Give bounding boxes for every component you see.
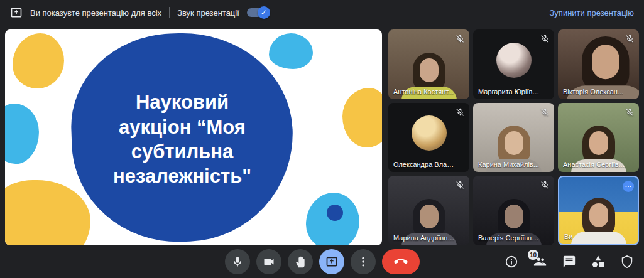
panel-buttons: 10 [505, 255, 634, 269]
present-icon [325, 255, 338, 268]
presentation-banner: Ви показуєте презентацію для всіх Звук п… [0, 0, 644, 25]
chat-icon [562, 255, 576, 269]
participant-avatar [496, 43, 532, 78]
presenting-label: Ви показуєте презентацію для всіх [30, 8, 161, 18]
mic-button[interactable] [225, 249, 250, 274]
participant-count-badge: 10 [528, 250, 538, 260]
info-icon [505, 255, 518, 269]
participant-name: Карина Михайлів... [478, 161, 539, 168]
camera-button[interactable] [256, 249, 281, 274]
participant-name: Вікторія Олексан... [563, 88, 623, 95]
slide-blob-yellow-topleft [13, 33, 64, 88]
meeting-details-button[interactable] [505, 255, 518, 269]
slide-blob-sky-left [5, 104, 39, 164]
mic-off-icon [625, 34, 635, 43]
participant-tile[interactable]: Олександра Влад... [388, 103, 469, 173]
mic-icon [231, 255, 244, 268]
participant-name: Олександра Влад... [393, 161, 456, 168]
more-options-icon [625, 183, 632, 190]
tile-options-button[interactable] [623, 181, 634, 192]
participant-tile[interactable]: Вікторія Олексан... [558, 29, 639, 99]
activities-button[interactable] [591, 255, 605, 269]
participant-tile[interactable]: Карина Михайлів... [473, 103, 554, 173]
activities-icon [591, 255, 605, 269]
slide-blob-blue-dot [327, 205, 343, 221]
end-call-icon [394, 255, 408, 269]
slide-blob-sky-topright [269, 33, 313, 69]
presentation-banner-left: Ви показуєте презентацію для всіх Звук п… [10, 6, 268, 19]
mic-off-icon [625, 107, 635, 117]
slide-blob-yellow-bottomleft [5, 180, 90, 245]
participant-name: Антоніна Костянт... [393, 88, 454, 95]
more-options-icon [357, 255, 369, 268]
people-panel-button[interactable]: 10 [533, 255, 547, 269]
slide-title: Науковий аукціон “Моя субтильна незалежн… [99, 80, 265, 199]
divider [169, 7, 170, 18]
mic-off-icon [456, 107, 465, 117]
call-controls [225, 249, 420, 274]
participant-name: Марина Андріївна І... [393, 234, 456, 242]
host-controls-icon [620, 255, 634, 269]
presentation-audio-label: Звук презентації [177, 8, 239, 18]
control-bar: 10 [0, 245, 644, 278]
stop-presentation-button[interactable]: Зупинити презентацію [550, 8, 634, 18]
participant-tile[interactable]: Маргарита Юріївн... [473, 29, 554, 99]
present-to-all-icon [10, 6, 23, 19]
mic-off-icon [540, 107, 550, 117]
chat-panel-button[interactable] [562, 255, 576, 269]
more-options-button[interactable] [351, 249, 376, 274]
participant-tile[interactable]: Марина Андріївна І... [388, 176, 469, 245]
participant-tile[interactable]: Анастасія Сергіїв... [558, 103, 639, 173]
participant-tile[interactable]: Валерія Сергіївна... [473, 176, 554, 245]
participant-name: Анастасія Сергіїв... [563, 161, 625, 168]
mic-off-icon [456, 180, 465, 190]
self-tile[interactable]: Ви [558, 176, 639, 245]
host-controls-button[interactable] [620, 255, 634, 269]
main-area: Науковий аукціон “Моя субтильна незалежн… [0, 25, 644, 245]
participant-avatar [412, 115, 447, 151]
participant-grid: Антоніна Костянт... Маргарита Юріївн... … [388, 29, 639, 245]
mic-off-icon [540, 34, 550, 43]
meet-app: Ви показуєте презентацію для всіх Звук п… [0, 0, 644, 278]
end-call-button[interactable] [382, 249, 420, 274]
mic-off-icon [456, 34, 465, 43]
present-button[interactable] [319, 249, 344, 274]
mic-off-icon [540, 180, 550, 190]
participant-name: Валерія Сергіївна... [478, 234, 540, 242]
participant-name: Ви [564, 233, 572, 240]
raise-hand-button[interactable] [288, 249, 313, 274]
participant-name: Маргарита Юріївн... [478, 88, 540, 95]
raise-hand-icon [294, 255, 307, 268]
slide-blob-yellow-right [342, 88, 382, 147]
participant-tile[interactable]: Антоніна Костянт... [388, 29, 469, 99]
camera-icon [263, 255, 275, 268]
presentation-audio-toggle[interactable]: ✓ [247, 8, 268, 17]
self-silhouette [570, 198, 627, 245]
presentation-stage[interactable]: Науковий аукціон “Моя субтильна незалежн… [5, 29, 382, 245]
toggle-knob-check: ✓ [258, 6, 270, 19]
